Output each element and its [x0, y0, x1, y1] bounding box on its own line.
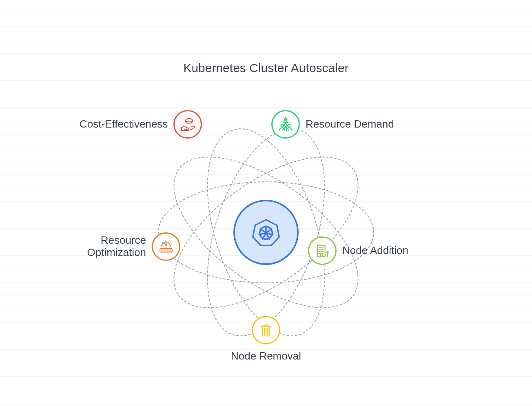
node-label: Node Addition: [342, 245, 408, 257]
node-resource-demand: Resource Demand: [271, 110, 394, 139]
diagram-stage: Cost-Effectiveness Resource Demand: [0, 82, 532, 383]
node-label: Node Removal: [231, 350, 301, 362]
node-node-removal: Node Removal: [231, 316, 301, 362]
kubernetes-icon: [246, 212, 286, 253]
building-icon: [308, 236, 337, 265]
gauge-icon: [152, 232, 180, 261]
node-node-addition: Node Addition: [308, 236, 408, 265]
node-label: Resource Optimization: [52, 234, 146, 259]
node-label: Cost-Effectiveness: [80, 118, 168, 130]
node-cost-effectiveness: Cost-Effectiveness: [80, 110, 202, 139]
svg-point-11: [281, 124, 284, 127]
svg-line-9: [260, 229, 266, 233]
svg-line-4: [266, 229, 272, 233]
diagram-title: Kubernetes Cluster Autoscaler: [0, 61, 532, 75]
svg-point-15: [165, 244, 166, 245]
svg-point-10: [186, 119, 193, 122]
hand-money-icon: [173, 110, 202, 139]
center-node: [233, 200, 299, 265]
svg-point-13: [288, 124, 290, 127]
node-label: Resource Demand: [306, 118, 394, 130]
team-icon: [271, 110, 300, 139]
svg-point-12: [284, 124, 287, 126]
trash-icon: [252, 316, 280, 344]
node-resource-optimization: Resource Optimization: [52, 232, 180, 261]
